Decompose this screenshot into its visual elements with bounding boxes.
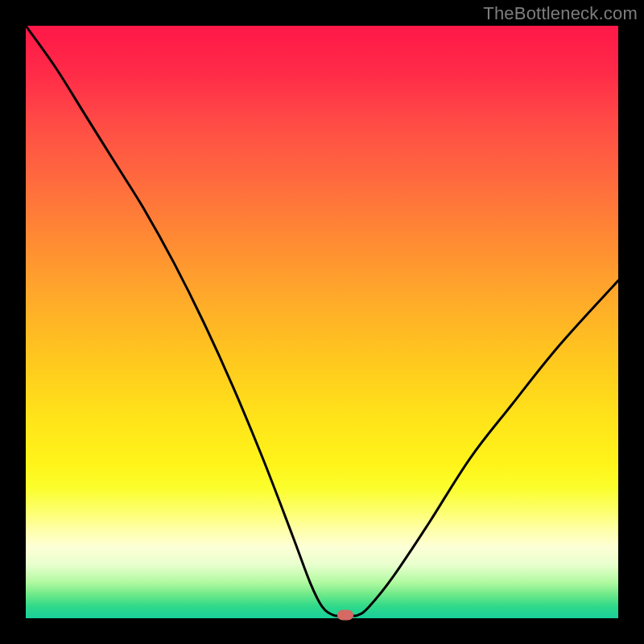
optimum-marker <box>337 610 353 621</box>
chart-frame: TheBottleneck.com <box>0 0 644 644</box>
plot-area <box>26 26 618 618</box>
watermark-label: TheBottleneck.com <box>483 3 638 24</box>
